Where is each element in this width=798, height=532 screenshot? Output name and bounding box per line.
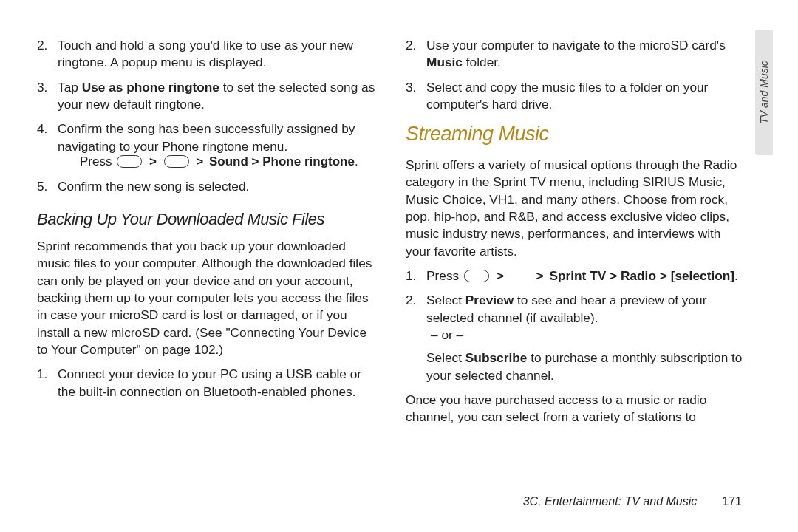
press-path: Press > > Sound > Phone ringtone.: [58, 154, 378, 171]
section-heading: Streaming Music: [406, 120, 746, 147]
step-text: Connect your device to your PC using a U…: [58, 366, 361, 398]
step-text: Confirm the new song is selected.: [58, 179, 249, 194]
press-path-dot: .: [355, 154, 358, 168]
step-text-bold: Music: [426, 55, 463, 69]
list-item: 3. Select and copy the music files to a …: [422, 79, 746, 114]
step-number: 5.: [37, 178, 47, 195]
left-column: 2. Touch and hold a song you'd like to u…: [37, 37, 378, 473]
step-number: 2.: [406, 37, 416, 54]
step-text-bold: Preview: [466, 293, 514, 307]
step-number: 1.: [406, 267, 416, 284]
right-column: 2. Use your computer to navigate to the …: [406, 37, 746, 473]
step-number: 2.: [37, 37, 47, 54]
hardware-button-icon: [164, 155, 189, 168]
page-footer: 3C. Entertainment: TV and Music 171: [523, 495, 742, 508]
section-tab: TV and Music: [755, 30, 773, 155]
press-label: Press: [426, 268, 459, 283]
list-item: 2. Touch and hold a song you'd like to u…: [53, 37, 378, 72]
step-text-pre: Select: [426, 350, 466, 365]
step-text: Confirm the song has been successfully a…: [58, 121, 355, 153]
step-number: 1.: [37, 366, 47, 383]
press-path-bold: Sound > Phone ringtone: [209, 154, 355, 168]
step-text-bold: Subscribe: [466, 350, 528, 365]
chevron-right-icon: >: [194, 154, 205, 171]
step-text: Select and copy the music files to a fol…: [426, 80, 708, 112]
streaming-steps: 1. Press > > Sprint TV > Radio > [select…: [406, 267, 746, 384]
list-item: 1. Connect your device to your PC using …: [53, 366, 378, 400]
subsection-heading: Backing Up Your Downloaded Music Files: [37, 208, 378, 231]
hardware-button-icon: [464, 270, 489, 282]
body-paragraph: Once you have purchased access to a musi…: [406, 392, 746, 426]
list-item: 2. Use your computer to navigate to the …: [422, 37, 746, 72]
press-label: Press: [80, 154, 112, 168]
step-text-pre: Use your computer to navigate to the mic…: [426, 38, 726, 52]
hardware-button-icon: [117, 155, 142, 168]
chevron-right-icon: >: [534, 267, 546, 284]
step-text-bold: Use as phone ringtone: [82, 80, 219, 95]
step-text: Touch and hold a song you'd like to use …: [58, 38, 353, 69]
backup-steps: 1. Connect your device to your PC using …: [37, 366, 378, 400]
step-text-post: folder.: [463, 55, 501, 69]
list-item: 1. Press > > Sprint TV > Radio > [select…: [422, 267, 746, 284]
list-item: 5. Confirm the new song is selected.: [53, 178, 378, 195]
step-number: 3.: [406, 79, 416, 96]
chevron-right-icon: >: [494, 267, 506, 284]
ringtone-steps: 2. Touch and hold a song you'd like to u…: [37, 37, 378, 195]
or-separator: – or –: [426, 327, 746, 344]
list-item: 4. Confirm the song has been successfull…: [53, 120, 378, 171]
step-number: 4.: [37, 120, 47, 137]
list-item: 2. Select Preview to see and hear a prev…: [422, 292, 746, 384]
alt-step: Select Subscribe to purchase a monthly s…: [426, 349, 746, 384]
section-tab-label: TV and Music: [758, 61, 770, 124]
backup-steps-continued: 2. Use your computer to navigate to the …: [406, 37, 746, 113]
two-column-layout: 2. Touch and hold a song you'd like to u…: [37, 37, 746, 473]
footer-section-title: 3C. Entertainment: TV and Music: [523, 495, 698, 508]
body-paragraph: Sprint recommends that you back up your …: [37, 238, 378, 358]
page-number: 171: [722, 495, 742, 508]
step-text-pre: Select: [426, 293, 466, 307]
step-number: 3.: [37, 79, 47, 96]
step-text-pre: Tap: [58, 80, 82, 95]
list-item: 3. Tap Use as phone ringtone to set the …: [53, 79, 378, 114]
manual-page: TV and Music 2. Touch and hold a song yo…: [0, 0, 798, 532]
press-path-dot: .: [734, 268, 738, 283]
step-number: 2.: [406, 292, 416, 309]
chevron-right-icon: >: [147, 154, 159, 171]
body-paragraph: Sprint offers a variety of musical optio…: [406, 157, 746, 260]
press-path-bold: Sprint TV > Radio > [selection]: [549, 268, 734, 283]
